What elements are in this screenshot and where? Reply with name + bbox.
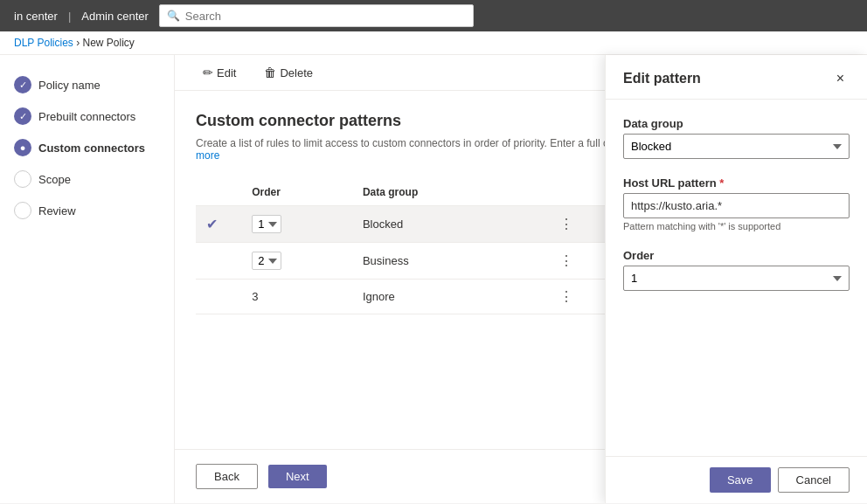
sidebar-item-policy-name[interactable]: ✓ Policy name (0, 69, 174, 100)
sidebar-item-prebuilt-connectors[interactable]: ✓ Prebuilt connectors (0, 100, 174, 132)
panel-body: Data group Blocked Business Ignore Host … (606, 100, 867, 456)
breadcrumb-sep: › (76, 37, 80, 49)
check-icon: ✔ (206, 217, 218, 231)
sidebar-label-custom-connectors: Custom connectors (38, 142, 145, 155)
row-dots-menu[interactable]: ⋮ (549, 280, 600, 314)
breadcrumb: DLP Policies › New Policy (0, 31, 867, 55)
edit-pattern-panel: Edit pattern × Data group Blocked Busine… (605, 55, 867, 503)
nav-title2: Admin center (81, 10, 149, 23)
sidebar: ✓ Policy name ✓ Prebuilt connectors ● Cu… (0, 55, 175, 503)
dots-icon[interactable]: ⋮ (559, 289, 574, 304)
section-desc-link[interactable]: more (196, 149, 219, 162)
host-url-label: Host URL pattern (623, 176, 850, 190)
panel-close-button[interactable]: × (831, 69, 850, 88)
panel-footer: Save Cancel (606, 456, 867, 503)
row-order: 123 (241, 206, 352, 243)
delete-button[interactable]: 🗑 Delete (257, 62, 320, 83)
row-order: 3 (241, 280, 352, 314)
nav-title1: in center (14, 10, 58, 23)
search-bar[interactable]: 🔍 (159, 4, 474, 27)
breadcrumb-current: New Policy (83, 37, 135, 49)
edit-icon: ✏ (203, 66, 213, 79)
delete-label: Delete (280, 66, 313, 79)
sidebar-item-custom-connectors[interactable]: ● Custom connectors (0, 132, 174, 163)
th-order: Order (241, 179, 352, 206)
row-data-group: Business (352, 243, 549, 280)
row-check (196, 280, 241, 314)
dots-icon[interactable]: ⋮ (559, 217, 574, 231)
row-dots-menu[interactable]: ⋮ (549, 243, 600, 280)
row-data-group: Blocked (352, 206, 549, 243)
edit-button[interactable]: ✏ Edit (196, 62, 243, 83)
save-button[interactable]: Save (710, 467, 771, 493)
panel-header: Edit pattern × (606, 55, 867, 100)
back-button[interactable]: Back (196, 464, 258, 489)
edit-label: Edit (217, 66, 236, 79)
row-order: 123 (241, 243, 352, 280)
main-layout: ✓ Policy name ✓ Prebuilt connectors ● Cu… (0, 55, 867, 503)
dots-icon[interactable]: ⋮ (559, 253, 574, 268)
top-nav: in center | Admin center 🔍 (0, 0, 867, 31)
order-dropdown[interactable]: 123 (252, 252, 281, 270)
nav-sep: | (68, 10, 71, 23)
sidebar-label-prebuilt-connectors: Prebuilt connectors (38, 110, 135, 123)
step-icon-scope (14, 170, 31, 188)
step-icon-prebuilt-connectors: ✓ (14, 107, 31, 125)
delete-icon: 🗑 (264, 66, 276, 79)
sidebar-item-scope[interactable]: Scope (0, 163, 174, 195)
order-dropdown[interactable]: 123 (252, 215, 281, 233)
th-datagroup: Data group (352, 179, 549, 206)
panel-title: Edit pattern (623, 71, 701, 86)
host-url-field: Host URL pattern Pattern matching with '… (623, 176, 850, 231)
row-check: ✔ (196, 206, 241, 243)
data-group-select[interactable]: Blocked Business Ignore (623, 134, 850, 159)
cancel-button[interactable]: Cancel (778, 467, 850, 493)
sidebar-label-review: Review (38, 204, 76, 217)
sidebar-item-review[interactable]: Review (0, 195, 174, 226)
data-group-field: Data group Blocked Business Ignore (623, 117, 850, 159)
th-check (196, 179, 241, 206)
next-button[interactable]: Next (268, 465, 327, 488)
step-icon-policy-name: ✓ (14, 76, 31, 93)
th-dots (549, 179, 600, 206)
row-dots-menu[interactable]: ⋮ (549, 206, 600, 243)
breadcrumb-parent[interactable]: DLP Policies (14, 37, 73, 49)
order-select[interactable]: 1 2 3 (623, 266, 850, 291)
step-icon-custom-connectors: ● (14, 139, 31, 156)
sidebar-label-policy-name: Policy name (38, 79, 101, 92)
row-data-group: Ignore (352, 280, 549, 314)
data-group-label: Data group (623, 117, 850, 130)
row-check (196, 243, 241, 280)
order-label: Order (623, 249, 850, 262)
sidebar-label-scope: Scope (38, 173, 71, 186)
host-url-input[interactable] (623, 193, 850, 218)
host-url-hint: Pattern matching with '*' is supported (623, 221, 850, 231)
order-field: Order 1 2 3 (623, 249, 850, 291)
search-input[interactable] (185, 10, 466, 23)
search-icon: 🔍 (167, 10, 180, 22)
step-icon-review (14, 202, 31, 219)
